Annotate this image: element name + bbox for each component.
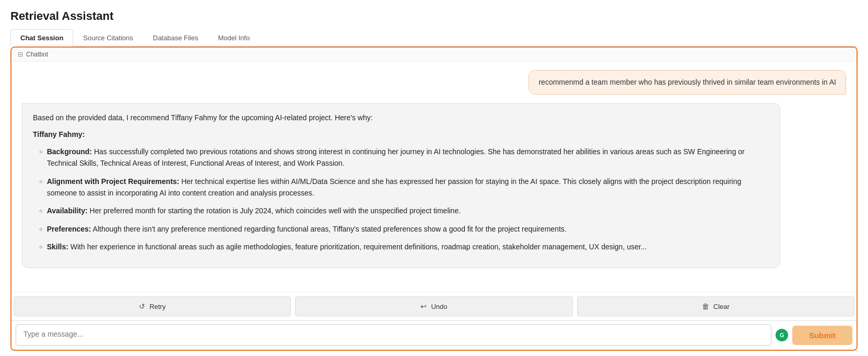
bullet-label-2: Availability: [47, 206, 88, 215]
clear-button[interactable]: 🗑 Clear [577, 296, 854, 316]
retry-icon: ↺ [139, 302, 145, 311]
user-message: recommenmd a team member who has previou… [22, 70, 846, 95]
chatbot-label-bar: ⊟ Chatbot [11, 48, 857, 62]
bot-bullet-list: Background: Has successfully completed t… [33, 146, 769, 253]
clear-icon: 🗑 [702, 302, 709, 311]
undo-label: Undo [431, 303, 447, 311]
bot-subject: Tiffany Fahmy: [33, 129, 769, 140]
list-item: Preferences: Although there isn't any pr… [39, 223, 769, 235]
list-item: Availability: Her preferred month for st… [39, 205, 769, 216]
bullet-label-4: Skills: [47, 243, 68, 251]
grammarly-icon: G [776, 329, 788, 341]
bullet-text-2: Her preferred month for starting the rot… [90, 206, 461, 215]
tab-chat-session[interactable]: Chat Session [10, 29, 73, 47]
undo-button[interactable]: ↩ Undo [295, 296, 572, 316]
retry-label: Retry [149, 303, 166, 311]
action-buttons-row: ↺ Retry ↩ Undo 🗑 Clear [11, 292, 857, 320]
message-input[interactable] [16, 324, 771, 346]
tab-source-citations[interactable]: Source Citations [73, 29, 143, 47]
bullet-text-3: Although there isn't any preference ment… [93, 225, 567, 233]
user-message-bubble: recommenmd a team member who has previou… [529, 70, 846, 95]
bullet-text-0: Has successfully completed two previous … [47, 147, 745, 167]
app-title: Retrieval Assistant [10, 9, 858, 23]
input-row: G Submit [11, 320, 857, 349]
bullet-text-4: With her experience in functional areas … [71, 243, 647, 251]
list-item: Background: Has successfully completed t… [39, 146, 769, 169]
clear-label: Clear [713, 303, 730, 311]
tab-database-files[interactable]: Database Files [143, 29, 208, 47]
bot-intro: Based on the provided data, I recommend … [33, 112, 769, 123]
chat-panel: ⊟ Chatbot recommenmd a team member who h… [10, 47, 858, 351]
list-item: Alignment with Project Requirements: Her… [39, 176, 769, 199]
bullet-label-3: Preferences: [47, 225, 91, 233]
tab-model-info[interactable]: Model Info [208, 29, 260, 47]
undo-icon: ↩ [420, 302, 427, 311]
app-container: Retrieval Assistant Chat Session Source … [0, 0, 868, 356]
bot-message: Based on the provided data, I recommend … [22, 103, 846, 268]
bullet-label-0: Background: [47, 147, 92, 156]
chatbot-icon: ⊟ [18, 51, 23, 58]
retry-button[interactable]: ↺ Retry [14, 296, 291, 316]
chatbot-label: Chatbot [26, 51, 48, 58]
tabs-bar: Chat Session Source Citations Database F… [10, 29, 858, 47]
list-item: Skills: With her experience in functiona… [39, 241, 769, 252]
bot-message-bubble: Based on the provided data, I recommend … [22, 103, 780, 268]
submit-button[interactable]: Submit [792, 326, 852, 345]
chat-messages-area[interactable]: recommenmd a team member who has previou… [11, 62, 857, 292]
bullet-label-1: Alignment with Project Requirements: [47, 177, 180, 186]
